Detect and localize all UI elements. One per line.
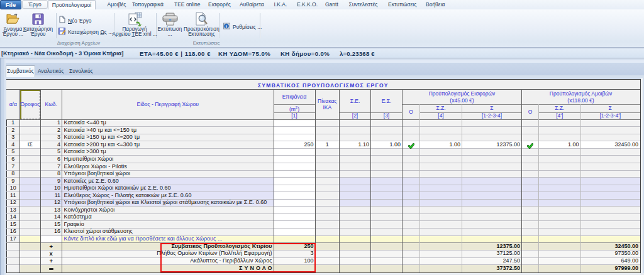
svg-text:i: i xyxy=(226,24,227,29)
